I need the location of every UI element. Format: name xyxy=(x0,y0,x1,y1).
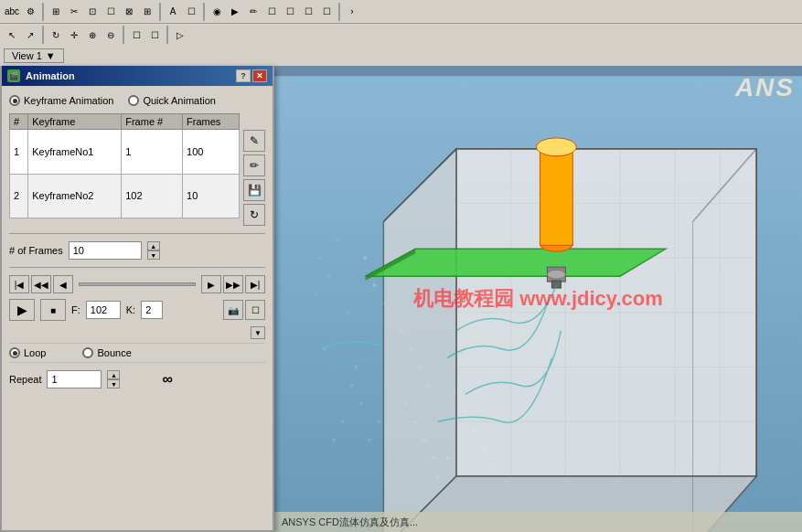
xbox-icon[interactable]: ⊠ xyxy=(121,4,137,20)
bounce-radio-circle[interactable] xyxy=(82,347,93,358)
table-row[interactable]: 1 KeyframeNo1 1 100 xyxy=(10,130,240,175)
grid2-icon[interactable]: ⊞ xyxy=(139,4,155,20)
sep-5 xyxy=(42,26,44,44)
frames-spin-down[interactable]: ▼ xyxy=(147,250,160,260)
tool3-icon[interactable]: ☐ xyxy=(300,4,316,20)
svg-point-58 xyxy=(537,138,577,156)
stop-button[interactable]: ■ xyxy=(40,299,66,321)
keyframe-radio[interactable]: Keyframe Animation xyxy=(9,95,113,106)
help-button[interactable]: ? xyxy=(236,69,251,82)
A-icon[interactable]: A xyxy=(165,4,181,20)
row2-frames: 10 xyxy=(183,174,240,218)
prev-button[interactable]: ◀ xyxy=(53,275,73,293)
repeat-spin-up[interactable]: ▲ xyxy=(107,370,120,379)
row2-num: 2 xyxy=(10,174,28,218)
box-select-icon[interactable]: ☐ xyxy=(128,27,144,43)
table-row[interactable]: 2 KeyframeNo2 102 10 xyxy=(10,174,240,218)
svg-point-1 xyxy=(318,256,322,260)
forward-icon[interactable]: ▷ xyxy=(172,27,188,43)
add-keyframe-button[interactable]: ✎ xyxy=(243,130,265,152)
dialog-body: Keyframe Animation Quick Animation # Key… xyxy=(2,86,273,394)
checkbox-icon[interactable]: ☐ xyxy=(102,4,119,20)
export-button[interactable]: ☐ xyxy=(245,300,265,320)
record-icon[interactable]: ▶ xyxy=(227,4,243,20)
row2-keyframe: KeyframeNo2 xyxy=(28,174,122,218)
zoom-out-icon[interactable]: ⊖ xyxy=(102,27,119,43)
frame-input[interactable] xyxy=(86,301,121,319)
keyframe-radio-circle[interactable] xyxy=(9,95,20,106)
box1-icon[interactable]: ⊡ xyxy=(84,4,101,20)
row1-keyframe: KeyframeNo1 xyxy=(28,130,122,175)
main-area: 🎬 Animation ? ✕ Keyframe Animation Quick… xyxy=(0,66,802,532)
svg-point-3 xyxy=(314,293,317,296)
cut-icon[interactable]: ✂ xyxy=(66,4,82,20)
keyframe-radio-label: Keyframe Animation xyxy=(24,95,113,106)
svg-point-2 xyxy=(327,274,331,278)
tool2-icon[interactable]: ☐ xyxy=(282,4,298,20)
scroll-down-button[interactable]: ▼ xyxy=(251,326,265,339)
bounce-radio[interactable]: Bounce xyxy=(82,347,131,358)
tool1-icon[interactable]: ☐ xyxy=(263,4,280,20)
separator-2 xyxy=(9,267,265,268)
toolbar-2: ↖ ↗ ↻ ✛ ⊕ ⊖ ☐ ☐ ▷ xyxy=(0,24,802,46)
next-next-button[interactable]: ▶▶ xyxy=(223,275,243,293)
refresh-button[interactable]: ↻ xyxy=(243,204,265,226)
play-button[interactable]: ▶ xyxy=(9,299,35,321)
frames-input[interactable] xyxy=(69,241,142,260)
col-num-header: # xyxy=(10,114,28,130)
prev-prev-button[interactable]: ◀◀ xyxy=(31,275,51,293)
gear-icon[interactable]: ⚙ xyxy=(22,4,38,20)
row1-num: 1 xyxy=(10,130,28,175)
view-tab-label: View 1 xyxy=(12,50,42,61)
frames-spin-up[interactable]: ▲ xyxy=(147,241,160,250)
bounce-radio-label: Bounce xyxy=(97,347,131,358)
image-icon[interactable]: ☐ xyxy=(183,4,199,20)
k-input[interactable] xyxy=(141,301,163,319)
k-label: K: xyxy=(126,304,135,315)
repeat-spin-down[interactable]: ▼ xyxy=(107,379,120,388)
select2-icon[interactable]: ↗ xyxy=(22,27,38,43)
extra-icon-btns: 📷 ☐ xyxy=(223,300,265,320)
svg-point-8 xyxy=(363,256,367,260)
status-row: ▶ ■ F: K: 📷 ☐ xyxy=(9,299,265,321)
toolbar-1: abc ⚙ ⊞ ✂ ⊡ ☐ ⊠ ⊞ A ☐ ◉ ▶ ✏ ☐ ☐ ☐ ☐ › xyxy=(0,0,802,24)
infinity-button[interactable]: ∞ xyxy=(162,371,172,388)
quick-radio[interactable]: Quick Animation xyxy=(128,95,215,106)
bottom-text: ANSYS CFD流体仿真及仿真... xyxy=(282,516,418,529)
repeat-spinner: ▲ ▼ xyxy=(107,370,120,388)
dialog-titlebar: 🎬 Animation ? ✕ xyxy=(2,66,273,86)
save-keyframe-button[interactable]: 💾 xyxy=(243,179,265,201)
box2-icon[interactable]: ☐ xyxy=(146,27,163,43)
animation-dialog: 🎬 Animation ? ✕ Keyframe Animation Quick… xyxy=(0,66,274,532)
zoom-in-icon[interactable]: ⊕ xyxy=(84,27,101,43)
arrow-icon[interactable]: › xyxy=(344,4,360,20)
edit-keyframe-button[interactable]: ✏ xyxy=(243,154,265,176)
ansys-logo: ANS xyxy=(735,73,795,102)
grid-icon[interactable]: ⊞ xyxy=(48,4,64,20)
dialog-title-left: 🎬 Animation xyxy=(7,69,75,82)
scroll-indicator: ▼ xyxy=(9,326,265,339)
select-icon[interactable]: ↖ xyxy=(4,27,20,43)
rotate-icon[interactable]: ↻ xyxy=(48,27,64,43)
move-icon[interactable]: ✛ xyxy=(66,27,82,43)
edit-icon[interactable]: ✏ xyxy=(245,4,262,20)
go-end-button[interactable]: ▶| xyxy=(245,275,265,293)
svg-point-17 xyxy=(341,420,345,423)
svg-point-15 xyxy=(368,438,371,442)
frames-spinner: ▲ ▼ xyxy=(147,241,160,260)
play-icon[interactable]: ◉ xyxy=(209,4,225,20)
loop-radio[interactable]: Loop xyxy=(9,347,46,358)
snapshot-button[interactable]: 📷 xyxy=(223,300,243,320)
next-button[interactable]: ▶ xyxy=(201,275,221,293)
timeline-slider[interactable] xyxy=(79,282,196,286)
repeat-input[interactable] xyxy=(47,370,102,388)
quick-radio-circle[interactable] xyxy=(128,95,139,106)
loop-radio-circle[interactable] xyxy=(9,347,20,358)
tool4-icon[interactable]: ☐ xyxy=(318,4,335,20)
abc-icon[interactable]: abc xyxy=(4,4,20,20)
row1-frame: 1 xyxy=(122,130,183,175)
close-button[interactable]: ✕ xyxy=(252,69,267,82)
go-start-button[interactable]: |◀ xyxy=(9,275,29,293)
view-tab[interactable]: View 1 ▼ xyxy=(4,48,64,63)
dialog-title-text: Animation xyxy=(26,70,75,81)
